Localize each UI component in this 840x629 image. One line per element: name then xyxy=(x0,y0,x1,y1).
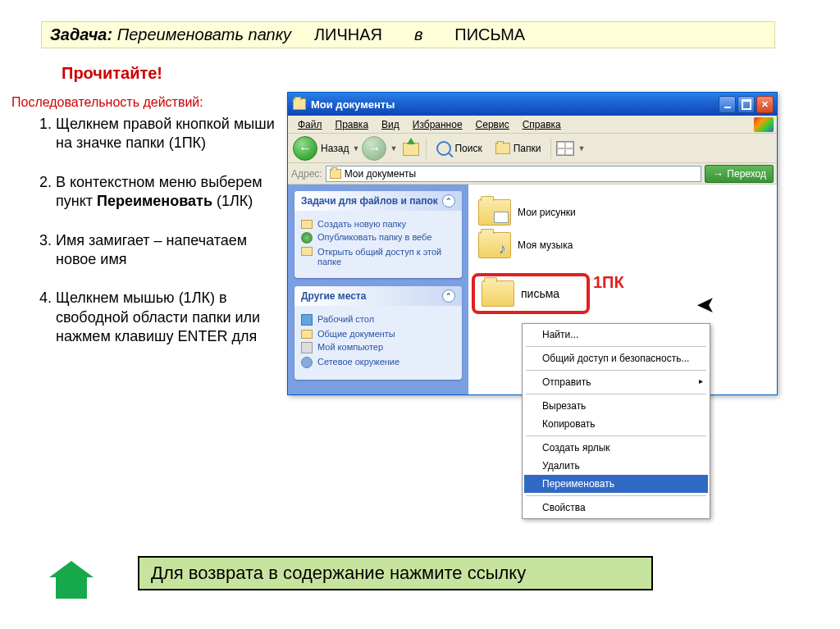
context-menu: Найти... Общий доступ и безопасность... … xyxy=(522,323,710,519)
maximize-button[interactable] xyxy=(737,96,755,113)
folder-letters-highlighted[interactable]: письма xyxy=(472,273,590,314)
click-annotation: 1ПК xyxy=(593,273,624,292)
task-from: ЛИЧНАЯ xyxy=(314,25,382,43)
places-panel: Другие места ⌃ Рабочий стол Общие докуме… xyxy=(294,286,462,380)
tasks-panel: Задачи для файлов и папок ⌃ Создать нову… xyxy=(294,191,462,278)
titlebar[interactable]: Мои документы ✕ xyxy=(288,93,777,116)
close-button[interactable]: ✕ xyxy=(756,96,774,113)
sequence-label: Последовательность действий: xyxy=(11,95,203,110)
step-4: Щелкнем мышью (1ЛК) в свободной области … xyxy=(56,289,279,346)
folder-icon xyxy=(478,199,511,226)
views-button[interactable] xyxy=(556,141,574,156)
cm-properties[interactable]: Свойства xyxy=(524,499,708,517)
sidebar: Задачи для файлов и папок ⌃ Создать нову… xyxy=(288,185,468,394)
back-button[interactable]: ← xyxy=(293,136,317,161)
menu-tools[interactable]: Сервис xyxy=(469,117,516,132)
collapse-icon[interactable]: ⌃ xyxy=(442,289,455,303)
cm-copy[interactable]: Копировать xyxy=(524,415,708,433)
task-publish[interactable]: Опубликовать папку в вебе xyxy=(301,232,455,244)
arrow-icon: → xyxy=(712,167,724,180)
folder-icon xyxy=(301,220,313,229)
back-label: Назад xyxy=(321,143,349,154)
tasks-panel-header[interactable]: Задачи для файлов и папок ⌃ xyxy=(294,191,462,211)
folder-icon xyxy=(330,169,341,179)
cm-delete[interactable]: Удалить xyxy=(524,457,708,475)
share-folder-icon xyxy=(301,247,313,256)
place-computer[interactable]: Мой компьютер xyxy=(301,342,455,353)
footer-callout[interactable]: Для возврата в содержание нажмите ссылку xyxy=(138,556,653,590)
cm-find[interactable]: Найти... xyxy=(524,326,708,344)
cm-send[interactable]: Отправить xyxy=(524,373,708,391)
menu-help[interactable]: Справка xyxy=(516,117,568,132)
folder-icon xyxy=(495,143,510,154)
folder-icon xyxy=(478,232,511,258)
menubar: Файл Правка Вид Избранное Сервис Справка xyxy=(288,116,777,134)
task-sep: в xyxy=(414,25,422,43)
cm-shortcut[interactable]: Создать ярлык xyxy=(524,439,708,457)
folder-my-music[interactable]: Моя музыка xyxy=(478,232,767,258)
up-button[interactable] xyxy=(399,138,421,159)
desktop-icon xyxy=(301,314,313,326)
read-heading: Прочитайте! xyxy=(62,64,162,83)
task-to: ПИСЬМА xyxy=(454,25,525,43)
folder-icon xyxy=(293,98,306,110)
cm-security[interactable]: Общий доступ и безопасность... xyxy=(524,349,708,367)
task-label: Задача: xyxy=(50,25,112,43)
views-dropdown[interactable]: ▼ xyxy=(578,144,584,153)
place-network[interactable]: Сетевое окружение xyxy=(301,357,455,368)
collapse-icon[interactable]: ⌃ xyxy=(442,194,455,207)
minimize-button[interactable] xyxy=(719,96,736,113)
forward-button[interactable]: → xyxy=(362,136,386,161)
toolbar: ← Назад ▼ → ▼ Поиск Папки ▼ xyxy=(288,134,777,163)
address-input[interactable]: Мои документы xyxy=(326,166,702,182)
task-share[interactable]: Открыть общий доступ к этой папке xyxy=(301,247,455,267)
home-icon[interactable] xyxy=(49,561,94,600)
menu-favorites[interactable]: Избранное xyxy=(406,117,469,132)
network-icon xyxy=(301,357,313,368)
back-dropdown[interactable]: ▼ xyxy=(352,144,358,153)
task-create-folder[interactable]: Создать новую папку xyxy=(301,219,455,229)
windows-logo-icon xyxy=(754,117,774,132)
forward-dropdown[interactable]: ▼ xyxy=(390,144,396,153)
cm-cut[interactable]: Вырезать xyxy=(524,397,708,415)
folders-button[interactable]: Папки xyxy=(491,141,546,156)
places-panel-header[interactable]: Другие места ⌃ xyxy=(294,286,462,306)
folder-my-pictures[interactable]: Мои рисунки xyxy=(478,199,767,226)
globe-icon xyxy=(301,232,313,244)
task-action: Переименовать папку xyxy=(117,25,291,43)
instruction-steps: Щелкнем правой кнопкой мыши на значке па… xyxy=(33,115,279,367)
menu-view[interactable]: Вид xyxy=(375,117,406,132)
folder-icon xyxy=(482,280,514,307)
go-button[interactable]: → Переход xyxy=(705,165,774,183)
menu-file[interactable]: Файл xyxy=(291,117,329,132)
step-2: В контекстном меню выберем пункт Переиме… xyxy=(56,173,279,212)
search-button[interactable]: Поиск xyxy=(431,139,486,157)
step-1: Щелкнем правой кнопкой мыши на значке па… xyxy=(56,115,279,153)
step-3: Имя замигает – напечатаем новое имя xyxy=(56,231,279,270)
window-title: Мои документы xyxy=(311,98,395,111)
computer-icon xyxy=(301,342,313,353)
place-desktop[interactable]: Рабочий стол xyxy=(301,314,455,326)
cm-rename[interactable]: Переименовать xyxy=(524,475,708,493)
address-bar: Адрес: Мои документы → Переход xyxy=(288,163,777,185)
cursor-icon: ➤ xyxy=(696,291,715,318)
place-shared[interactable]: Общие документы xyxy=(301,329,455,339)
address-label: Адрес: xyxy=(291,168,322,180)
search-icon xyxy=(436,141,451,156)
menu-edit[interactable]: Правка xyxy=(329,117,376,132)
folder-icon xyxy=(301,330,313,339)
task-banner: Задача: Переименовать папку ЛИЧНАЯ в ПИС… xyxy=(41,21,775,48)
